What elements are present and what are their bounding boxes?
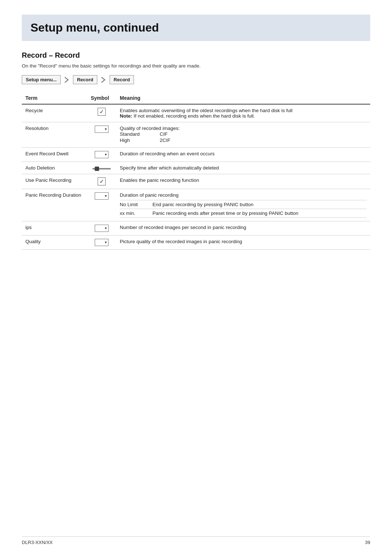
- meaning-quality: Picture quality of the recorded images i…: [116, 236, 370, 250]
- symbol-auto-deletion: [87, 162, 116, 174]
- breadcrumb-record-2: Record: [110, 75, 134, 84]
- meaning-panic-recording-duration: Duration of panic recording No Limit End…: [116, 189, 370, 221]
- term-event-record-dwell: Event Record Dwell: [22, 148, 87, 162]
- subrow: xx min. Panic recording ends after prese…: [120, 209, 367, 218]
- symbol-resolution: [87, 122, 116, 148]
- table-row: Recycle ✓ Enables automatic overwriting …: [22, 104, 370, 122]
- dropdown-icon: [95, 126, 109, 133]
- breadcrumb-setup-menu: Setup menu...: [22, 75, 61, 84]
- table-row: Resolution Quality of recorded images: S…: [22, 122, 370, 148]
- subrow-value-xxmin: Panic recording ends after preset time o…: [152, 209, 367, 218]
- symbol-event-record-dwell: [87, 148, 116, 162]
- table-header-row: Term Symbol Meaning: [22, 92, 370, 104]
- subrow-label-xxmin: xx min.: [120, 209, 152, 218]
- term-use-panic-recording: Use Panic Recording: [22, 174, 87, 189]
- quality-value-cif: CIF: [160, 131, 168, 137]
- term-auto-deletion: Auto Deletion: [22, 162, 87, 174]
- meaning-auto-deletion: Specify time after which automatically d…: [116, 162, 370, 174]
- table-row: Quality Picture quality of the recorded …: [22, 236, 370, 250]
- quality-label-standard: Standard: [120, 131, 149, 137]
- table-row: Event Record Dwell Duration of recording…: [22, 148, 370, 162]
- table-row: Auto Deletion Specify time after which a…: [22, 162, 370, 174]
- breadcrumb-record-1: Record: [73, 75, 97, 84]
- term-quality: Quality: [22, 236, 87, 250]
- section-title: Record – Record: [22, 51, 370, 60]
- section-description: On the "Record" menu the basic settings …: [22, 63, 370, 69]
- table-row: Use Panic Recording ✓ Enables the panic …: [22, 174, 370, 189]
- subrow-label-nolimit: No Limit: [120, 200, 152, 209]
- slider-icon: [93, 168, 111, 169]
- symbol-panic-recording-duration: [87, 189, 116, 221]
- dropdown-icon: [95, 225, 109, 232]
- dropdown-icon: [95, 192, 109, 200]
- col-header-symbol: Symbol: [87, 92, 116, 104]
- breadcrumb-arrow-1: [63, 76, 71, 84]
- term-panic-recording-duration: Panic Recording Duration: [22, 189, 87, 221]
- meaning-event-record-dwell: Duration of recording when an event occu…: [116, 148, 370, 162]
- checkbox-icon: ✓: [98, 108, 106, 116]
- col-header-meaning: Meaning: [116, 92, 370, 104]
- page-title: Setup menu, continued: [30, 21, 159, 34]
- subrow: No Limit End panic recording by pressing…: [120, 200, 367, 209]
- quality-value-2cif: 2CIF: [160, 138, 170, 143]
- meaning-ips: Number of recorded images per second in …: [116, 221, 370, 236]
- term-recycle: Recycle: [22, 104, 87, 122]
- dropdown-icon: [95, 239, 109, 246]
- symbol-use-panic-recording: ✓: [87, 174, 116, 189]
- meaning-use-panic-recording: Enables the panic recording function: [116, 174, 370, 189]
- col-header-term: Term: [22, 92, 87, 104]
- breadcrumb-arrow-2: [99, 76, 107, 84]
- term-resolution: Resolution: [22, 122, 87, 148]
- symbol-ips: [87, 221, 116, 236]
- meaning-resolution: Quality of recorded images: Standard CIF…: [116, 122, 370, 148]
- table-row: Panic Recording Duration Duration of pan…: [22, 189, 370, 221]
- page-footer: DLR3-XXN/XX 39: [22, 536, 370, 545]
- footer-model: DLR3-XXN/XX: [22, 540, 53, 545]
- table-row: ips Number of recorded images per second…: [22, 221, 370, 236]
- footer-page-number: 39: [365, 540, 370, 545]
- meaning-recycle: Enables automatic overwriting of the old…: [116, 104, 370, 122]
- settings-table: Term Symbol Meaning Recycle ✓ Enables au…: [22, 92, 370, 250]
- dropdown-icon: [95, 151, 109, 158]
- symbol-recycle: ✓: [87, 104, 116, 122]
- term-ips: ips: [22, 221, 87, 236]
- subrow-value-nolimit: End panic recording by pressing PANIC bu…: [152, 200, 367, 209]
- checkbox-icon: ✓: [98, 177, 106, 185]
- quality-label-high: High: [120, 138, 149, 143]
- symbol-quality: [87, 236, 116, 250]
- breadcrumb: Setup menu... Record Record: [22, 75, 370, 84]
- page-header: Setup menu, continued: [22, 15, 370, 41]
